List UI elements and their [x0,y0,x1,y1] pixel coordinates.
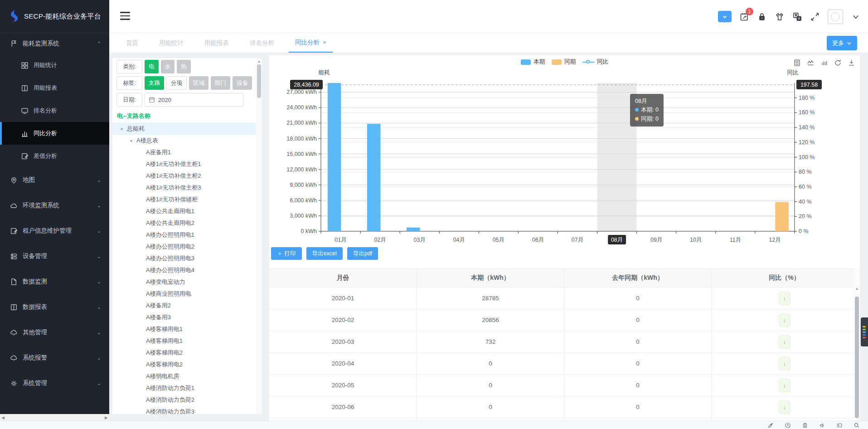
tree-item[interactable]: A楼1#无功补偿辅柜 [112,194,257,205]
sidebar-item-能耗监测系统[interactable]: 能耗监测系统⌃ [0,33,109,54]
layout-button[interactable] [836,422,843,429]
translate-button[interactable]: A [792,12,802,22]
tag-option-设备[interactable]: 设备 [233,76,252,90]
scroll-left-arrow-icon[interactable]: ◀ [1,415,5,420]
tree-scrollbar-thumb[interactable] [257,64,261,98]
bar-chart-button[interactable] [820,59,828,67]
tree-item[interactable]: A楼办公照明用电4 [112,264,257,276]
tree-item[interactable]: A楼商业照明用电 [112,288,257,300]
tab-close-icon[interactable]: × [323,39,326,46]
bar-lastyear-12月[interactable] [775,202,789,231]
legend-item-同比[interactable]: 同比 [582,58,608,66]
tag-option-区域[interactable]: 区域 [189,76,209,90]
tree-item[interactable]: A楼消防动力负荷3 [112,406,257,414]
caret-down-icon[interactable]: ▾ [130,138,136,143]
tool-note-button[interactable]: 1 [739,12,749,22]
gauge-plus-button[interactable] [785,422,791,429]
bar-current-03月[interactable] [407,228,420,231]
theme-shirt-button[interactable] [775,12,785,22]
avatar[interactable] [828,10,843,24]
table-row[interactable]: 2020-0600↓ [269,396,857,418]
lock-button[interactable] [757,12,767,22]
table-row[interactable]: 2020-01287850↓ [269,288,857,309]
tree-item[interactable]: A楼1#无功补偿主柜1 [112,158,257,170]
export-excel-button[interactable]: 导出excel [306,247,343,260]
sidebar-item-用能统计[interactable]: 用能统计 [0,54,109,77]
sidebar-item-系统报警[interactable]: 系统报警⌄ [0,345,109,370]
search-button[interactable] [853,422,860,429]
rocket-button[interactable] [767,422,774,429]
line-chart-button[interactable] [807,59,815,67]
tree-item[interactable]: A楼备用3 [112,312,257,323]
scroll-up-arrow-icon[interactable]: ▲ [854,287,860,291]
tree-item[interactable]: ▾A楼总表 [112,135,257,146]
trash-button[interactable] [802,422,808,429]
tab-用能统计[interactable]: 用能统计 [153,33,190,53]
tree-item[interactable]: A楼客梯用电1 [112,335,257,347]
data-view-button[interactable] [793,59,801,67]
table-row[interactable]: 2020-0500↓ [269,375,857,396]
tree-scrollbar[interactable]: ▲ [256,58,262,414]
category-option-电[interactable]: 电 [145,60,159,73]
tree-item[interactable]: A楼公共走廊用电2 [112,217,257,229]
sidebar-item-系统管理[interactable]: 系统管理⌄ [0,370,109,396]
fullscreen-button[interactable] [810,12,820,22]
tab-用能报表[interactable]: 用能报表 [198,33,235,53]
tag-option-分项[interactable]: 分项 [166,76,187,90]
tree-item[interactable]: A楼弱电机房 [112,370,257,382]
panel-scrollbar[interactable]: ▲ [854,268,860,421]
tab-首页[interactable]: 首页 [120,33,145,53]
table-row[interactable]: 2020-037320↓ [269,331,857,353]
tree-item[interactable]: A楼客梯用电1 [112,323,257,335]
legend-item-本期[interactable]: 本期 [521,58,545,66]
tag-option-部门[interactable]: 部门 [211,76,230,90]
tag-option-支路[interactable]: 支路 [145,76,164,90]
sidebar-item-差值分析[interactable]: 差值分析 [0,145,109,167]
sidebar-item-用能报表[interactable]: 用能报表 [0,77,109,99]
volume-button[interactable] [819,422,825,429]
sidebar-item-其他管理[interactable]: 其他管理⌄ [0,320,109,345]
sidebar-item-数据报表[interactable]: 数据报表⌄ [0,294,109,320]
bar-current-01月[interactable] [328,83,341,231]
sidebar-item-地图[interactable]: 地图⌄ [0,167,109,193]
tree-item[interactable]: A楼办公照明用电1 [112,229,257,241]
sidebar-item-租户信息维护管理[interactable]: 租户信息维护管理⌄ [0,218,109,244]
edge-capture-widget[interactable] [861,317,868,346]
export-pdf-button[interactable]: 导出pdf [347,247,378,260]
sidebar-item-环境监测系统[interactable]: 环境监测系统⌄ [0,193,109,218]
tree-item[interactable]: A楼消防动力负荷2 [112,394,257,406]
table-row[interactable]: 2020-02208560↓ [269,309,857,331]
dropdown-button[interactable] [718,11,732,22]
tree-item[interactable]: A楼1#无功补偿主柜2 [112,170,257,182]
tab-排名分析[interactable]: 排名分析 [243,33,281,53]
sidebar-item-数据监测[interactable]: 数据监测⌄ [0,269,109,294]
more-button[interactable]: 更多 [827,36,857,50]
caret-down-icon[interactable]: ▾ [121,127,127,132]
sidebar-item-排名分析[interactable]: 排名分析 [0,99,109,122]
legend-item-同期[interactable]: 同期 [552,58,576,66]
tree-item[interactable]: A楼办公照明用电3 [112,253,257,264]
year-on-year-chart[interactable]: 0 kWh3,000 kWh6,000 kWh9,000 kWh12,000 k… [269,55,860,246]
date-input[interactable]: 2020 [145,93,243,107]
hamburger-menu-icon[interactable] [120,12,130,20]
tree-item[interactable]: A座备用1 [112,146,257,158]
tree-item[interactable]: A楼1#无功补偿主柜3 [112,182,257,194]
tree-item[interactable]: A楼办公照明用电2 [112,241,257,253]
category-option-热[interactable]: 热 [177,60,191,73]
tree-item[interactable]: A楼客梯用电2 [112,347,257,359]
category-option-水[interactable]: 水 [161,60,175,73]
scroll-right-arrow-icon[interactable]: ▶ [105,415,108,420]
tree-item[interactable]: ▾总能耗 [112,123,257,135]
download-button[interactable] [848,59,855,67]
panel-scrollbar-thumb[interactable] [855,297,859,418]
bar-current-02月[interactable] [367,124,381,231]
sidebar-item-同比分析[interactable]: 同比分析 [0,122,109,145]
tree-item[interactable]: A楼消防动力负荷1 [112,382,257,394]
table-row[interactable]: 2020-0400↓ [269,353,857,375]
print-button[interactable]: ＋ 打印 [271,247,302,260]
tree-item[interactable]: A楼客梯用电2 [112,359,257,370]
tree-item[interactable]: A楼备用2 [112,300,257,312]
tree-item[interactable]: A楼公共走廊用电1 [112,205,257,217]
tab-同比分析[interactable]: 同比分析× [289,33,333,53]
sidebar-item-设备管理[interactable]: 设备管理⌄ [0,244,109,269]
